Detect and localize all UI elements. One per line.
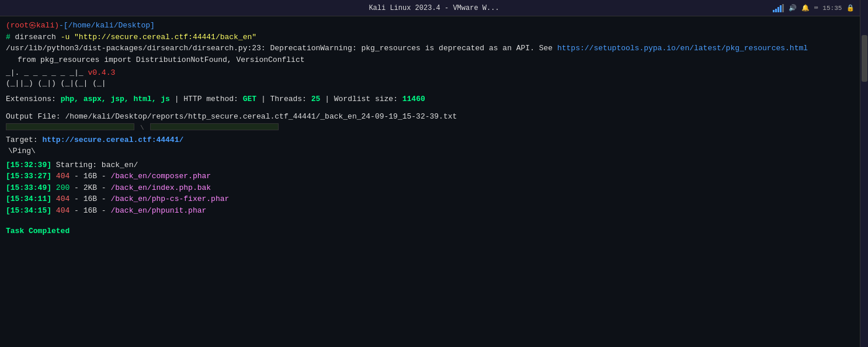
prompt-user: (root㉿kali) [6,21,59,30]
result-line-1: [15:33:27] 404 - 16B - /back_en/composer… [6,171,862,182]
keyboard-icon: ⌨ [814,4,818,12]
command-args: -u "http://secure.cereal.ctf:44441/back_… [61,33,256,41]
deprecation-line-2: from pkg_resources import DistributionNo… [6,54,862,66]
result-path-4: /back_en/phpunit.phar [110,206,206,215]
method-value: GET [243,95,256,103]
volume-icon: 🔊 [789,4,797,12]
terminal: (root㉿kali)-[/home/kali/Desktop] # dirse… [0,16,868,241]
result-status-2: 200 - 2KB - [56,183,111,192]
signal-icon [773,4,784,12]
keyword-as: as [489,44,498,53]
target-line: Target: http://secure.cereal.ctf:44441/ [6,134,862,146]
target-url: http://secure.cereal.ctf:44441/ [42,136,183,144]
threads-value: 25 [311,95,321,103]
result-path-2: /back_en/index.php.bak [110,183,211,192]
ascii-line-2: (_||_) (_|) (_|(_| (_| [6,78,862,89]
extensions-label: Extensions: [6,95,61,103]
output-file-line: Output File: /home/kali/Desktop/reports/… [6,111,862,123]
ping-line: \Ping\ [6,145,862,157]
result-time-2: [15:33:49] [6,183,51,192]
result-status-4: 404 - 16B - [56,206,111,215]
ascii-line-1: _|. _ _ _ _ _ _|_ v0.4.3 [6,68,862,78]
result-code-3: 404 [56,195,70,203]
top-bar: Kali Linux 2023.4 - VMware W... 🔊 🔔 ⌨ 15… [0,0,868,16]
extensions-value: php, aspx, jsp, html, js [61,95,170,103]
notification-icon: 🔔 [801,4,810,12]
result-line-2: [15:33:49] 200 - 2KB - /back_en/index.ph… [6,182,862,194]
wordlist-value: 11460 [402,95,425,103]
lock-icon: 🔒 [846,4,855,12]
result-line-4: [15:34:15] 404 - 16B - /back_en/phpunit.… [6,205,862,217]
prompt-symbol: # [6,33,15,41]
deprecation-url: https://setuptools.pypa.io/en/latest/pkg… [557,44,808,53]
threads-label: | Threads: [256,95,311,103]
progress-bar-2 [150,123,279,130]
progress-label: \ [140,123,144,133]
starting-time: [15:32:39] [6,161,51,169]
result-time-3: [15:34:11] [6,195,51,203]
window-title: Kali Linux 2023.4 - VMware W... [5,4,863,12]
scrollbar[interactable] [860,0,868,347]
result-code-1: 404 [56,172,70,181]
wordlist-label: | Wordlist size: [320,95,402,103]
command-line: # dirsearch -u "http://secure.cereal.ctf… [6,32,862,43]
result-time-4: [15:34:15] [6,206,51,215]
prompt-path: -[/home/kali/Desktop] [59,21,155,30]
method-label: | HTTP method: [170,95,243,103]
result-status-3: 404 - 16B - [56,195,111,203]
progress-bar-1 [6,123,134,130]
starting-line: [15:32:39] Starting: back_en/ [6,159,862,171]
result-line-3: [15:34:11] 404 - 16B - /back_en/php-cs-f… [6,193,862,205]
result-path-3: /back_en/php-cs-fixer.phar [110,195,229,203]
version-label: v0.4.3 [88,68,115,77]
scrollbar-thumb[interactable] [862,35,867,82]
result-path-1: /back_en/composer.phar [110,172,211,181]
result-code-4: 404 [56,206,70,215]
target-label: Target: [6,136,42,144]
prompt-line: (root㉿kali)-[/home/kali/Desktop] [6,20,862,32]
extensions-line: Extensions: php, aspx, jsp, html, js | H… [6,93,862,105]
top-bar-controls: 🔊 🔔 ⌨ 15:35 🔒 ↻ [773,4,863,12]
result-status-1: 404 - 16B - [56,172,111,181]
result-code-2: 200 [56,183,70,192]
command-name: dirsearch [15,33,56,41]
ascii-art: _|. _ _ _ _ _ _|_ v0.4.3 (_||_) (_|) (_|… [6,68,862,89]
result-time-1: [15:33:27] [6,172,51,181]
starting-label: Starting: back_en/ [51,161,138,169]
task-completed: Task Completed [6,225,862,237]
progress-area: \ [6,123,862,133]
deprecation-line-1: /usr/lib/python3/dist-packages/dirsearch… [6,43,862,54]
clock: 15:35 [822,5,842,12]
